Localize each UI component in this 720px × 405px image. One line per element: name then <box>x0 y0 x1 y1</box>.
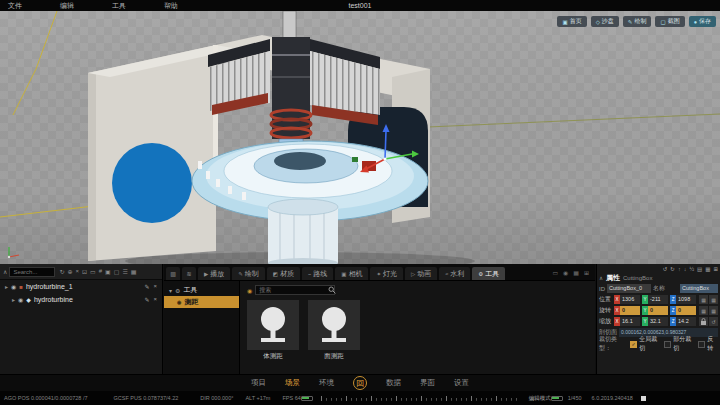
tools-panel: ▥ ≋ ▶播放 ✎绘制 ◩材质 ~路线 ▣相机 ✦灯光 ▷动画 ≈水利 ⚙工具 … <box>164 264 595 374</box>
grid-icon[interactable]: ▦ <box>705 266 710 272</box>
edit-icon[interactable]: ✎ <box>144 296 149 303</box>
checkbox-unchecked[interactable] <box>698 341 705 348</box>
record-mini-icon[interactable]: ◉ <box>563 269 568 276</box>
sandbox-button[interactable]: ◇ 沙盘 <box>591 16 619 27</box>
name-label: 名称 <box>653 284 665 293</box>
reset-icon[interactable]: ↺ <box>709 317 718 326</box>
redo-icon[interactable]: ↻ <box>670 266 675 272</box>
rotation-x-field[interactable]: 0 <box>620 306 640 315</box>
half-icon[interactable]: ½ <box>689 266 694 272</box>
tab-tools[interactable]: ⚙工具 <box>472 267 505 280</box>
tab-draw[interactable]: ✎绘制 <box>232 267 265 280</box>
rotation-z-field[interactable]: 0 <box>676 306 696 315</box>
checkbox-unchecked[interactable] <box>664 341 671 348</box>
delete-icon[interactable]: × <box>153 283 157 290</box>
camera-icon: ▣ <box>341 271 346 277</box>
layers-icon[interactable]: ≋ <box>182 267 196 280</box>
menu-file[interactable]: 文件 <box>0 1 52 11</box>
clip-option-global[interactable]: ✓ 全局裁切 <box>630 335 661 353</box>
nav-interface[interactable]: 界面 <box>420 378 435 388</box>
delete-icon[interactable]: × <box>153 296 157 303</box>
tab-camera[interactable]: ▣相机 <box>335 267 368 280</box>
tools-tree-root[interactable]: ▾ ⚙ 工具 <box>164 284 239 296</box>
home-button[interactable]: ▣ 首页 <box>557 16 586 27</box>
grid-mini-icon[interactable]: ▦ <box>573 269 579 276</box>
copy-transform-button[interactable]: ▦ <box>699 295 708 304</box>
rows-icon[interactable]: ▤ <box>697 266 702 272</box>
scale-x-field[interactable]: 16.1 <box>620 317 640 326</box>
caret-icon[interactable]: ▸ <box>5 283 8 290</box>
nav-scene[interactable]: 场景 <box>285 378 300 388</box>
edit-icon[interactable]: ✎ <box>144 283 149 290</box>
save-button[interactable]: ● 保存 <box>689 16 716 27</box>
copy-transform-button[interactable]: ▦ <box>699 306 708 315</box>
nav-project[interactable]: 项目 <box>251 378 266 388</box>
folder-icon[interactable]: ▭ <box>90 268 96 275</box>
tool-search-input[interactable] <box>255 285 335 295</box>
position-y-field[interactable]: -211 <box>648 295 668 304</box>
target-icon[interactable]: ⊕ <box>67 268 72 275</box>
clip-option-invert[interactable]: 反转 <box>698 335 718 353</box>
tool-card-surface-measure[interactable]: 面测距 <box>308 300 360 361</box>
id-value-field[interactable]: CuttingBox_0 <box>607 284 651 293</box>
collapse-properties-icon[interactable]: ∧ <box>599 275 603 281</box>
draw-button[interactable]: ✎ 绘制 <box>623 16 652 27</box>
visibility-eye-icon[interactable]: ◉ <box>11 283 16 290</box>
clip-option-partial[interactable]: 部分裁切 <box>664 335 695 353</box>
close-icon[interactable]: × <box>75 268 79 275</box>
tab-route[interactable]: ~路线 <box>302 267 333 280</box>
link-icon[interactable]: # <box>99 268 102 275</box>
rotation-y-field[interactable]: 0 <box>648 306 668 315</box>
viewport-toolbar: ▣ 首页 ◇ 沙盘 ✎ 绘制 ▢ 截图 ● 保存 <box>557 16 716 27</box>
tab-water[interactable]: ≈水利 <box>439 267 470 280</box>
position-z-field[interactable]: 1098 <box>676 295 696 304</box>
play-icon: ▶ <box>204 271 208 277</box>
screenshot-button[interactable]: ▢ 截图 <box>655 16 684 27</box>
caret-icon[interactable]: ▸ <box>12 296 15 303</box>
scene-tree-row-hydroturbine-1[interactable]: ▸ ◉ ■ hydroturbine_1 ✎ × <box>0 280 162 293</box>
tools-tree-item-measure[interactable]: ◉ 测距 <box>164 296 239 308</box>
scale-z-field[interactable]: 14.2 <box>676 317 696 326</box>
paste-transform-button[interactable]: ▦ <box>709 295 718 304</box>
nav-environment[interactable]: 环境 <box>319 378 334 388</box>
panel-toggle-icon[interactable]: ▥ <box>166 267 180 280</box>
visibility-eye-icon[interactable]: ◉ <box>18 296 23 303</box>
status-scale: 1/450 <box>568 395 582 401</box>
tab-animation[interactable]: ▷动画 <box>405 267 437 280</box>
menu-tools[interactable]: 工具 <box>104 1 156 11</box>
position-x-field[interactable]: 1306 <box>620 295 640 304</box>
expand-icon[interactable]: ⊞ <box>713 266 718 272</box>
viewport-3d[interactable]: ▣ 首页 ◇ 沙盘 ✎ 绘制 ▢ 截图 ● 保存 <box>0 11 720 264</box>
lock-icon[interactable] <box>699 317 708 326</box>
home-mini-icon[interactable]: ▭ <box>552 269 558 276</box>
tab-light[interactable]: ✦灯光 <box>370 267 403 280</box>
collapse-panel-icon[interactable]: ∧ <box>3 268 7 275</box>
fit-icon[interactable]: ⊡ <box>82 268 87 275</box>
grid-icon[interactable]: ▦ <box>131 268 137 275</box>
list-icon[interactable]: ☰ <box>122 268 127 275</box>
scene-tree-row-hydroturbine[interactable]: ▸ ◉ ◆ hydroturbine ✎ × <box>0 293 162 306</box>
frame-icon[interactable]: ▢ <box>114 268 120 275</box>
add-mini-icon[interactable]: ⊞ <box>584 269 589 276</box>
tab-play[interactable]: ▶播放 <box>198 267 230 280</box>
menu-edit[interactable]: 编辑 <box>52 1 104 11</box>
move-up-icon[interactable]: ↑ <box>678 266 681 272</box>
undo-icon[interactable]: ↺ <box>663 266 668 272</box>
menu-help[interactable]: 帮助 <box>156 1 208 11</box>
refresh-icon[interactable]: ↻ <box>59 268 64 275</box>
move-down-icon[interactable]: ↓ <box>684 266 687 272</box>
scale-y-field[interactable]: 32.1 <box>648 317 668 326</box>
scene-search-input[interactable] <box>9 267 55 277</box>
copy-icon[interactable]: ▣ <box>105 268 111 275</box>
tab-material[interactable]: ◩材质 <box>267 267 300 280</box>
name-value-field[interactable]: CuttingBox <box>680 284 718 293</box>
status-mode[interactable]: 编辑模式 <box>529 395 551 402</box>
app-logo[interactable]: 回 <box>353 376 367 390</box>
timeline-ruler[interactable] <box>321 396 521 401</box>
nav-settings[interactable]: 设置 <box>454 378 469 388</box>
tool-card-volume-measure[interactable]: 体测距 <box>247 300 299 361</box>
nav-data[interactable]: 数据 <box>386 378 401 388</box>
tools-tree: ▾ ⚙ 工具 ◉ 测距 <box>164 281 240 374</box>
checkbox-checked[interactable]: ✓ <box>630 341 637 348</box>
paste-transform-button[interactable]: ▦ <box>709 306 718 315</box>
